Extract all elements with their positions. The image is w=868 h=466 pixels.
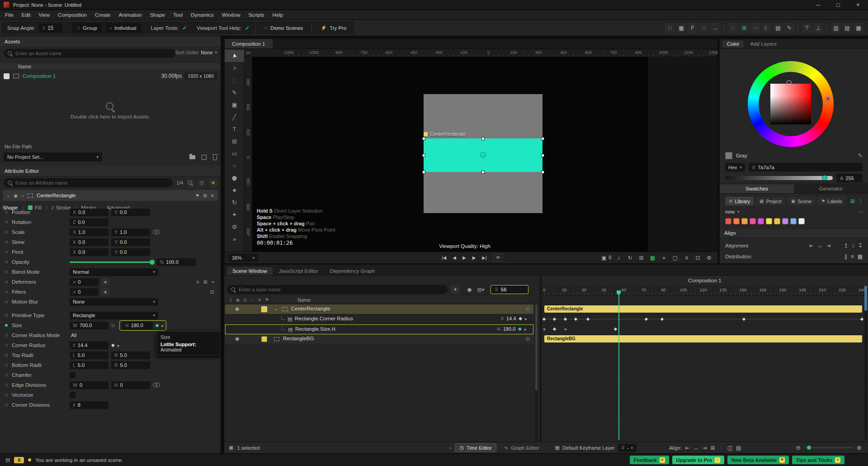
import-arrow-icon[interactable]: → <box>710 23 720 33</box>
time-editor-button[interactable]: ◷Time Editor <box>455 443 496 452</box>
palette-swatch-2[interactable] <box>741 218 748 224</box>
pin-icon[interactable]: ⚑ <box>195 193 199 198</box>
palette-swatch-3[interactable] <box>750 218 756 224</box>
alpha-field[interactable]: A255 <box>836 174 863 182</box>
menu-window[interactable]: Window <box>218 12 245 18</box>
align-top-icon[interactable]: ↥ <box>844 243 848 249</box>
palette-swatch-1[interactable] <box>733 218 740 224</box>
num-field[interactable]: R5.0 <box>111 361 150 369</box>
selection-handle[interactable] <box>481 171 485 174</box>
palette-swatch-5[interactable] <box>766 218 772 224</box>
asset-color-swatch[interactable] <box>4 73 9 79</box>
menu-dynamics[interactable]: Dynamics <box>187 12 217 18</box>
asset-row-composition[interactable]: Composition 1 30.00fps 1920 x 1080 <box>0 71 221 81</box>
audio-icon[interactable]: ♪ <box>614 255 623 261</box>
grid-add-icon[interactable]: ⊞ <box>739 23 749 33</box>
individual-toggle[interactable]: ▫Individual <box>105 23 141 33</box>
viewport-settings-icon[interactable]: ⚙ <box>704 255 714 261</box>
link-icon[interactable] <box>153 383 160 387</box>
console-icon[interactable]: ▤ <box>5 457 10 463</box>
timeline-ruler[interactable]: 0153045607590105120135150165180195210225… <box>542 285 868 295</box>
menu-help[interactable]: Help <box>269 12 288 18</box>
keyframe-toggle[interactable] <box>5 290 8 293</box>
menu-view[interactable]: View <box>34 12 54 18</box>
layer-list-scrollbar[interactable] <box>535 304 538 441</box>
layer-row-rectangle-corner-radius[interactable]: ▤Rectangle.Corner Radius#14.4◆▸ <box>225 314 533 324</box>
visibility-icon[interactable]: ◉ <box>14 193 18 198</box>
scatter-icon[interactable]: ∴ <box>699 23 709 33</box>
scrollbar-thumb[interactable] <box>864 285 867 311</box>
keyframe-diamond[interactable]: ◆ <box>518 327 522 331</box>
warning-count-badge[interactable]: 0 <box>14 457 24 463</box>
composition-name[interactable]: Composition 1 <box>23 73 56 79</box>
keyframe-toggle[interactable] <box>5 231 8 233</box>
keyframe-toggle[interactable] <box>5 271 8 273</box>
more-options-icon[interactable]: ⋯ <box>858 209 863 215</box>
go-to-end-button[interactable]: ▶| <box>479 254 489 261</box>
layer-row-rectanglebg[interactable]: ◉RectangleBG◎ <box>225 334 533 344</box>
layer-color-swatch[interactable] <box>261 306 267 312</box>
viewport-tool-help-check[interactable]: ✓ <box>245 25 250 31</box>
tab-generator[interactable]: Generator <box>794 184 868 193</box>
next-keyframe-arrow[interactable]: ▸ <box>524 327 527 332</box>
keyframe-diamond[interactable]: ◆ <box>156 323 159 328</box>
keyframe-toggle[interactable] <box>5 354 8 357</box>
num-field[interactable]: #8 <box>70 401 108 409</box>
timeline-bar-centerrectangle[interactable]: CenterRectangle <box>544 305 862 313</box>
keyframe-toggle[interactable] <box>5 314 8 317</box>
refresh-icon[interactable]: ↻ <box>625 255 635 261</box>
trash-icon[interactable] <box>213 156 217 160</box>
keyframe-toggle[interactable] <box>5 281 8 283</box>
layer-row-centerrectangle[interactable]: ◉⌄CenterRectangle◎ <box>225 304 533 314</box>
scrollbar-thumb[interactable] <box>535 304 538 390</box>
align-right-icon[interactable]: ⇥ <box>703 445 707 451</box>
render-view-icon[interactable]: ▦ <box>648 255 657 261</box>
filter-box-icon[interactable]: ⊡ <box>210 289 214 295</box>
asset-search[interactable] <box>4 49 175 58</box>
sort-order-control[interactable]: Sort OrderNone▾ <box>175 50 217 55</box>
layer-row-rectangle-size-h[interactable]: ▤Rectangle.Size.HH180.0◆▸ <box>225 324 533 334</box>
tab-dependency-graph[interactable]: Dependency Graph <box>325 267 381 275</box>
list-icon[interactable]: ≡ <box>196 279 199 285</box>
columns-icon[interactable]: ▥ <box>831 23 841 33</box>
align-bottom-icon[interactable]: ↧ <box>858 243 863 249</box>
direct-select-tool[interactable]: ➤ <box>225 62 244 74</box>
align-center-icon[interactable]: ↔ <box>693 445 699 451</box>
settings-tool[interactable]: ⚙ <box>225 221 244 233</box>
folder-icon[interactable] <box>189 155 195 159</box>
num-field[interactable]: L5.0 <box>70 361 108 369</box>
tab-swatches[interactable]: Swatches <box>720 184 794 193</box>
grid-cells-icon[interactable]: ▦ <box>854 23 863 33</box>
ellipsis-icon[interactable]: ⋯ <box>750 23 760 33</box>
project-button[interactable]: ▦Project <box>756 197 785 205</box>
palette-swatch-8[interactable] <box>790 218 797 224</box>
keyframe-toggle[interactable] <box>5 384 8 386</box>
keyframe-toggle[interactable] <box>5 394 8 396</box>
keyframe-layer-dropdown[interactable]: ▦Default Keyframe Layer <box>555 445 615 451</box>
split-view-icon[interactable]: ⊞ <box>203 193 207 198</box>
playhead[interactable] <box>618 290 619 440</box>
line-tool[interactable]: ╱ <box>225 111 244 123</box>
lasso-tool[interactable]: ⬚ <box>225 74 244 86</box>
visibility-icon[interactable]: ◉ <box>235 306 240 312</box>
hex-field[interactable]: #7a7a7a <box>749 163 863 171</box>
count-field[interactable]: ≡0 <box>70 278 99 286</box>
palette-name[interactable]: new <box>725 209 735 214</box>
num-field[interactable]: Z0.0 <box>70 219 108 226</box>
link-icon[interactable] <box>153 230 160 234</box>
palette-swatch-9[interactable] <box>798 218 805 224</box>
rows-icon[interactable]: ▤ <box>842 23 852 33</box>
palette-swatch-0[interactable] <box>725 218 731 224</box>
keyframe-toggle[interactable] <box>5 221 8 223</box>
keyframe-toggle[interactable] <box>5 251 8 253</box>
motion-path-icon[interactable]: ◉ <box>467 286 472 293</box>
filter-icon[interactable]: ▽ <box>198 179 206 187</box>
zoom-in-icon[interactable]: ⊕ <box>857 444 862 451</box>
num-field[interactable]: H0 <box>111 381 150 389</box>
render-column-icon[interactable]: ◎ <box>243 297 247 302</box>
group-toggle[interactable]: ∷Group <box>72 23 102 33</box>
circle-icon[interactable]: ○ <box>21 193 24 198</box>
selection-handle[interactable] <box>541 137 544 140</box>
next-keyframe-arrow[interactable]: ▸ <box>161 323 164 328</box>
num-field[interactable]: W700.0 <box>70 322 108 329</box>
